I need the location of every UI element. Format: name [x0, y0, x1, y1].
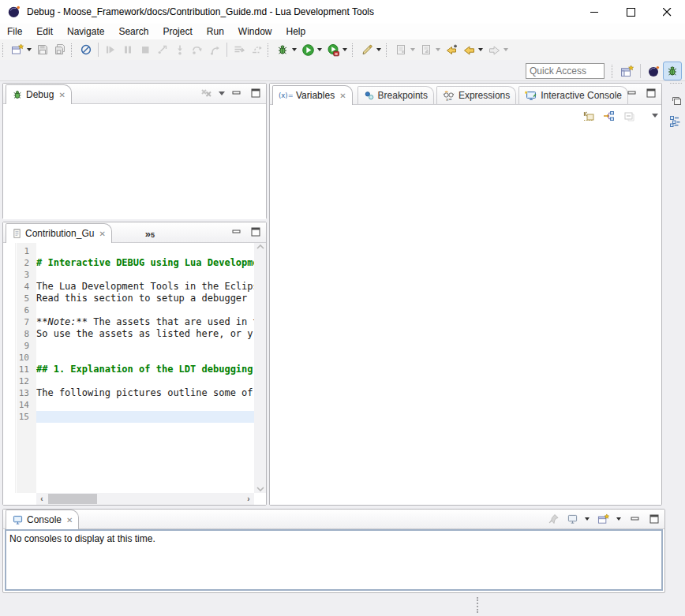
pin-console-icon[interactable]: [546, 512, 560, 526]
code-line[interactable]: 1: [3, 245, 254, 257]
close-tab-icon[interactable]: ✕: [99, 230, 105, 238]
scroll-up-icon[interactable]: [256, 245, 264, 249]
menu-edit[interactable]: Edit: [29, 24, 60, 39]
forward-button[interactable]: [485, 41, 503, 58]
code-line[interactable]: 6: [3, 304, 254, 316]
menu-navigate[interactable]: Navigate: [60, 24, 111, 39]
outline-view-button[interactable]: [667, 112, 684, 129]
view-menu-icon[interactable]: [652, 114, 658, 118]
skip-all-breakpoints-button[interactable]: [77, 41, 95, 58]
step-return-button[interactable]: [206, 41, 223, 58]
tab-variables[interactable]: (x)= Variables ✕: [272, 85, 353, 105]
menu-file[interactable]: File: [0, 24, 29, 39]
back-button[interactable]: [460, 41, 477, 58]
scrollbar-thumb[interactable]: [48, 494, 97, 504]
new-file-wizard-2-dropdown[interactable]: [436, 48, 440, 51]
menu-search[interactable]: Search: [111, 24, 155, 39]
step-into-button[interactable]: [171, 41, 189, 58]
suspend-button[interactable]: [119, 41, 137, 58]
maximize-view-icon[interactable]: [249, 225, 263, 239]
tab-expressions[interactable]: x= Expressions: [436, 86, 516, 104]
code-line[interactable]: 9: [3, 340, 254, 352]
tab-debug[interactable]: Debug ✕: [6, 84, 72, 104]
trim-drag-handle[interactable]: [670, 83, 682, 87]
menu-project[interactable]: Project: [155, 24, 199, 39]
disconnect-button[interactable]: [154, 41, 171, 58]
toolbar-drag-handle[interactable]: [612, 65, 616, 78]
use-step-filters-button[interactable]: [230, 41, 248, 58]
code-line[interactable]: 5Read this section to setup a debugger: [3, 293, 254, 304]
run-dropdown[interactable]: [317, 48, 322, 51]
debug-button[interactable]: [274, 41, 291, 58]
editor-body[interactable]: 12# Interactive DEBUG using Lua Developm…: [3, 243, 266, 505]
code-line[interactable]: 3: [3, 269, 254, 281]
new-wizard-dropdown[interactable]: [27, 48, 32, 51]
relaunch-button[interactable]: [248, 41, 265, 58]
lua-perspective-button[interactable]: [644, 62, 663, 80]
close-window-button[interactable]: [649, 0, 685, 24]
remove-all-terminated-icon[interactable]: [200, 86, 214, 100]
toolbar-drag-handle[interactable]: [268, 43, 271, 57]
code-line[interactable]: 2# Interactive DEBUG using Lua Developme: [3, 257, 254, 269]
code-line[interactable]: 12: [3, 375, 254, 387]
quick-access-input[interactable]: [526, 63, 605, 79]
minimize-view-icon[interactable]: [230, 225, 244, 239]
run-last-tool-dropdown[interactable]: [342, 48, 347, 51]
view-menu-icon[interactable]: [219, 91, 225, 95]
save-button[interactable]: [34, 41, 51, 58]
collapse-all-button[interactable]: [620, 107, 638, 125]
save-all-button[interactable]: [51, 41, 69, 58]
display-selected-console-icon[interactable]: [565, 512, 579, 526]
last-edit-location-button[interactable]: [443, 41, 460, 58]
debug-perspective-button[interactable]: [663, 62, 682, 80]
code-line[interactable]: 13The following pictures outline some of: [3, 387, 254, 399]
hidden-editors-chevron[interactable]: »5: [145, 228, 155, 240]
horizontal-scrollbar[interactable]: ‹ ›: [36, 493, 254, 505]
tab-contribution-guide[interactable]: Contribution_Gu ✕: [6, 223, 112, 243]
minimize-view-icon[interactable]: [230, 86, 244, 100]
step-over-button[interactable]: [189, 41, 206, 58]
maximize-view-icon[interactable]: [249, 86, 263, 100]
new-wizard-button[interactable]: [9, 41, 26, 58]
code-line[interactable]: 11## 1. Explanation of the LDT debugging: [3, 364, 254, 375]
resume-button[interactable]: [102, 41, 119, 58]
show-type-names-button[interactable]: [579, 107, 597, 125]
code-line[interactable]: 8So use the assets as listed here, or y: [3, 328, 254, 340]
open-console-icon[interactable]: [597, 512, 611, 526]
scroll-down-icon[interactable]: [256, 487, 264, 491]
display-console-dropdown[interactable]: [585, 517, 590, 521]
new-file-wizard-1-dropdown[interactable]: [410, 48, 415, 51]
menu-window[interactable]: Window: [231, 24, 279, 39]
open-console-dropdown[interactable]: [616, 517, 621, 521]
tab-console[interactable]: Console ✕: [6, 510, 79, 529]
close-tab-icon[interactable]: ✕: [58, 91, 65, 99]
toolbar-drag-handle[interactable]: [352, 43, 356, 57]
menu-run[interactable]: Run: [200, 24, 231, 39]
tab-interactive-console[interactable]: Interactive Console: [518, 86, 628, 104]
new-file-wizard-2-button[interactable]: [417, 41, 435, 58]
maximize-view-icon[interactable]: [647, 512, 661, 526]
new-file-wizard-1-button[interactable]: [392, 41, 410, 58]
debug-dropdown[interactable]: [292, 48, 297, 51]
code-line[interactable]: 15: [3, 411, 254, 423]
terminate-button[interactable]: [137, 41, 154, 58]
status-drag-handle[interactable]: [477, 597, 479, 613]
show-logical-structure-button[interactable]: [600, 107, 617, 125]
toolbar-drag-handle[interactable]: [386, 43, 390, 57]
minimize-view-icon[interactable]: [628, 512, 642, 526]
restore-view-button[interactable]: [667, 91, 684, 109]
forward-dropdown[interactable]: [503, 48, 508, 51]
back-dropdown[interactable]: [478, 48, 483, 51]
tab-breakpoints[interactable]: Breakpoints: [357, 86, 434, 104]
toolbar-drag-handle[interactable]: [2, 43, 6, 57]
code-line[interactable]: 7**Note:** The assets that are used in t: [3, 316, 254, 328]
menu-help[interactable]: Help: [279, 24, 313, 39]
pen-tool-dropdown[interactable]: [376, 48, 381, 51]
code-line[interactable]: 4The Lua Development Tools in the Eclips: [3, 281, 254, 293]
minimize-view-icon[interactable]: [625, 86, 639, 100]
scroll-left-icon[interactable]: ‹: [36, 495, 47, 503]
close-tab-icon[interactable]: ✕: [339, 91, 346, 100]
toolbar-drag-handle[interactable]: [71, 43, 75, 57]
maximize-view-icon[interactable]: [644, 86, 658, 100]
open-perspective-button[interactable]: [618, 62, 637, 80]
